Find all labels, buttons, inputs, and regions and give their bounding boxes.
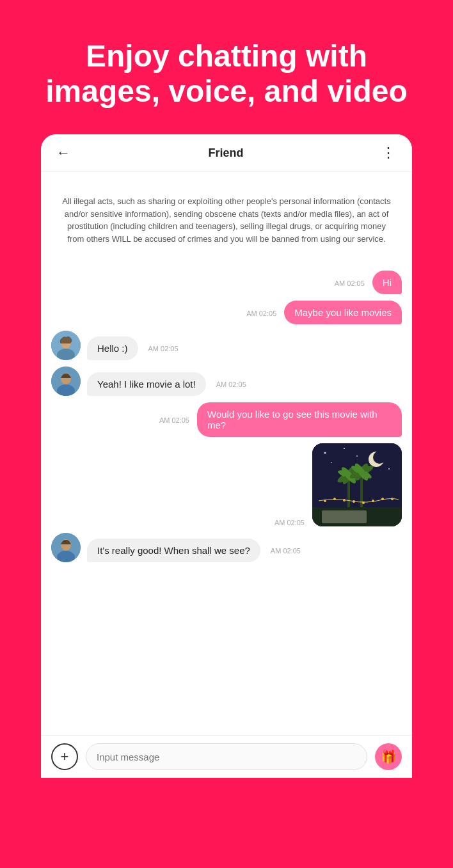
timestamp: AM 02:05 [159, 416, 192, 424]
hero-title: Enjoy chatting with images, voice, and v… [26, 38, 427, 109]
svg-point-31 [381, 498, 384, 500]
message-bubble: It's really good! When shall we see? [87, 539, 260, 562]
timestamp: AM 02:05 [216, 381, 246, 388]
svg-point-29 [362, 501, 365, 504]
image-decoration [312, 443, 402, 526]
svg-point-13 [388, 468, 390, 470]
hero-section: Enjoy chatting with images, voice, and v… [0, 0, 453, 128]
chat-header: ← Friend ⋮ [41, 134, 412, 172]
svg-point-28 [353, 500, 355, 503]
timestamp: AM 02:05 [271, 547, 301, 555]
svg-point-27 [343, 499, 346, 501]
message-row: It's really good! When shall we see? AM … [51, 533, 402, 562]
avatar [51, 367, 81, 396]
chat-header-title: Friend [208, 146, 243, 160]
image-message [312, 443, 402, 526]
message-bubble: Would you like to go see this movie with… [197, 402, 402, 437]
svg-rect-33 [322, 510, 367, 523]
message-row: AM 02:05 Hi [51, 271, 402, 294]
avatar [51, 331, 81, 360]
input-bar: + 🎁 [41, 735, 412, 778]
chat-body: All illegal acts, such as sharing or exp… [41, 172, 412, 735]
timestamp: AM 02:05 [274, 519, 307, 526]
more-menu-button[interactable]: ⋮ [381, 145, 397, 161]
message-bubble: Hi [372, 271, 402, 294]
message-bubble: Yeah! I like movie a lot! [87, 372, 206, 396]
timestamp: AM 02:05 [148, 345, 179, 352]
svg-point-25 [324, 500, 326, 502]
message-row: Hello :) AM 02:05 [51, 331, 402, 360]
message-row: Yeah! I like movie a lot! AM 02:05 [51, 367, 402, 396]
svg-point-8 [373, 451, 386, 464]
svg-point-10 [344, 448, 345, 449]
timestamp: AM 02:05 [246, 310, 279, 317]
svg-point-11 [356, 455, 358, 457]
phone-mockup: ← Friend ⋮ All illegal acts, such as sha… [41, 134, 412, 735]
legal-notice: All illegal acts, such as sharing or exp… [51, 182, 402, 264]
gift-button[interactable]: 🎁 [375, 743, 402, 770]
svg-point-32 [391, 498, 393, 500]
message-row: AM 02:05 Maybe you like movies [51, 301, 402, 324]
message-bubble: Hello :) [87, 336, 138, 360]
timestamp: AM 02:05 [335, 280, 367, 287]
back-button[interactable]: ← [56, 145, 70, 161]
svg-point-9 [324, 452, 326, 454]
svg-point-26 [333, 498, 336, 500]
avatar [51, 533, 81, 562]
svg-point-30 [372, 500, 374, 502]
svg-point-12 [331, 462, 332, 463]
message-input[interactable] [86, 743, 367, 770]
message-row: AM 02:05 [51, 443, 402, 526]
message-bubble: Maybe you like movies [284, 301, 402, 324]
add-media-button[interactable]: + [51, 743, 78, 770]
message-row: AM 02:05 Would you like to go see this m… [51, 402, 402, 437]
